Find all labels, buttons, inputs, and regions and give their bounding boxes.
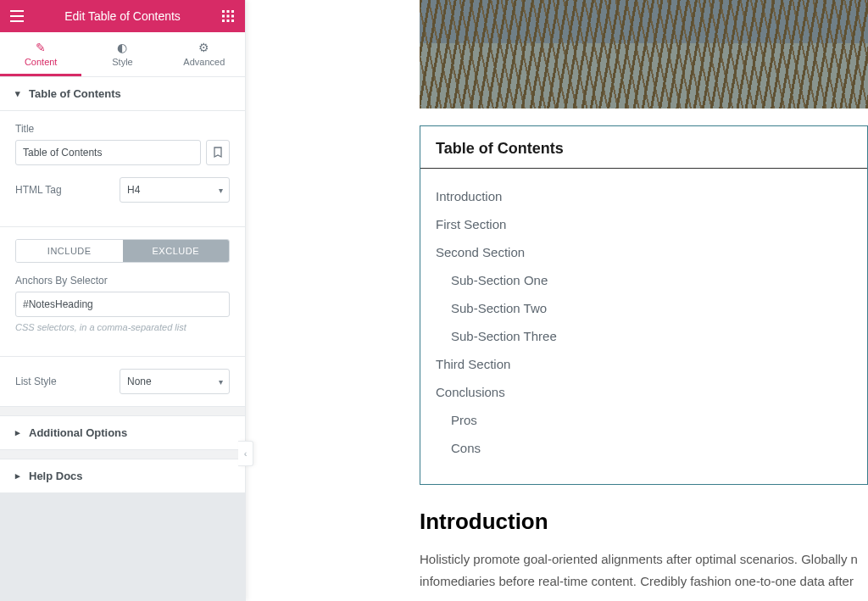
svg-rect-5 [231, 15, 234, 18]
title-input[interactable] [15, 140, 201, 165]
svg-rect-1 [227, 10, 230, 13]
list-style-select[interactable] [120, 369, 230, 394]
toc-item[interactable]: Cons [436, 434, 852, 462]
html-tag-select[interactable] [120, 177, 230, 203]
hero-image [420, 0, 868, 109]
svg-rect-2 [231, 10, 234, 13]
include-exclude-toggle: INCLUDE EXCLUDE [15, 239, 230, 263]
toc-item[interactable]: Sub-Section Two [436, 294, 852, 322]
exclude-button[interactable]: EXCLUDE [123, 240, 230, 262]
gear-icon: ⚙ [164, 41, 245, 54]
toc-item[interactable]: Sub-Section One [436, 266, 852, 294]
anchors-hint: CSS selectors, in a comma-separated list [15, 322, 230, 332]
dynamic-tags-button[interactable] [206, 140, 230, 165]
anchors-input[interactable] [15, 292, 230, 317]
editor-tabs: ✎ Content ◐ Style ⚙ Advanced [0, 32, 245, 77]
section-toggle-toc[interactable]: ▾ Table of Contents [0, 77, 245, 111]
toc-list: IntroductionFirst SectionSecond SectionS… [420, 169, 867, 484]
list-style-label: List Style [15, 376, 57, 387]
html-tag-label: HTML Tag [15, 184, 62, 196]
svg-rect-4 [227, 15, 230, 18]
toc-item[interactable]: Sub-Section Three [436, 322, 852, 350]
toc-item[interactable]: Second Section [436, 238, 852, 266]
section-body: Title HTML Tag ▾ [0, 111, 245, 227]
section-additional-options[interactable]: ▸ Additional Options [0, 415, 245, 450]
sidebar-title: Edit Table of Contents [64, 9, 181, 23]
toc-item[interactable]: First Section [436, 210, 852, 238]
tab-content[interactable]: ✎ Content [0, 32, 81, 76]
section-help-docs[interactable]: ▸ Help Docs [0, 459, 245, 493]
toc-item[interactable]: Pros [436, 406, 852, 434]
page-preview: Table of Contents IntroductionFirst Sect… [246, 0, 868, 601]
article-paragraph: Holisticly promote goal-oriented alignme… [420, 548, 868, 593]
menu-icon[interactable] [8, 8, 25, 25]
toc-item[interactable]: Third Section [436, 350, 852, 378]
title-label: Title [15, 123, 230, 135]
chevron-left-icon: ‹ [244, 448, 248, 459]
toc-title: Table of Contents [420, 126, 867, 169]
svg-rect-6 [222, 19, 225, 22]
chevron-right-icon: ▸ [15, 427, 20, 438]
svg-rect-0 [222, 10, 225, 13]
tab-advanced[interactable]: ⚙ Advanced [164, 32, 245, 76]
include-button[interactable]: INCLUDE [16, 240, 123, 262]
toc-widget: Table of Contents IntroductionFirst Sect… [420, 125, 868, 485]
editor-sidebar: Edit Table of Contents ✎ Content ◐ Style… [0, 0, 246, 601]
apps-icon[interactable] [220, 8, 236, 25]
sidebar-header: Edit Table of Contents [0, 0, 245, 32]
chevron-right-icon: ▸ [15, 470, 20, 481]
pencil-icon: ✎ [0, 41, 81, 54]
collapse-sidebar-button[interactable]: ‹ [238, 441, 253, 466]
anchors-label: Anchors By Selector [15, 275, 230, 287]
contrast-icon: ◐ [81, 41, 163, 54]
tab-style[interactable]: ◐ Style [81, 32, 163, 76]
chevron-down-icon: ▾ [15, 88, 20, 99]
toc-item[interactable]: Conclusions [436, 378, 852, 406]
article-heading: Introduction [420, 509, 868, 535]
svg-rect-3 [222, 15, 225, 18]
svg-rect-8 [231, 19, 234, 22]
toc-item[interactable]: Introduction [436, 182, 852, 210]
svg-rect-7 [227, 19, 230, 22]
sidebar-filler [0, 493, 245, 601]
section-table-of-contents: ▾ Table of Contents Title HTML Tag ▾ [0, 77, 245, 407]
